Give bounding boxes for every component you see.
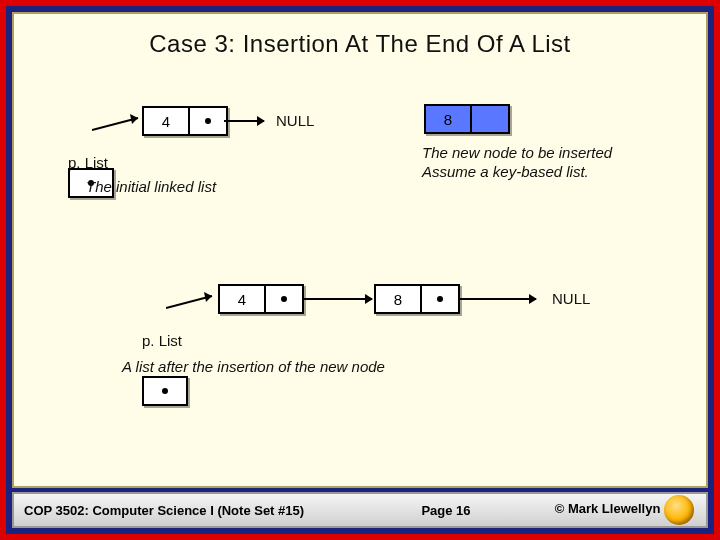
node-before-1: 4	[142, 106, 228, 136]
new-node-caption-line2: Assume a key-based list.	[422, 163, 612, 182]
plist-label-2: p. List	[142, 332, 182, 349]
slide-inner-border: Case 3: Insertion At The End Of A List p…	[6, 6, 714, 534]
node-value: 8	[376, 286, 420, 312]
null-label-2: NULL	[552, 290, 590, 307]
null-label-1: NULL	[276, 112, 314, 129]
pointer-dot-icon	[281, 296, 287, 302]
arrow-plist-to-node-2	[166, 292, 226, 314]
svg-line-0	[92, 118, 138, 130]
svg-marker-1	[130, 114, 138, 124]
svg-marker-3	[204, 292, 212, 302]
new-node-caption: The new node to be inserted Assume a key…	[422, 144, 612, 182]
slide-title: Case 3: Insertion At The End Of A List	[14, 14, 706, 66]
initial-list-caption: The initial linked list	[86, 178, 216, 195]
node-value: 8	[426, 106, 470, 132]
footer-course: COP 3502: Computer Science I (Note Set #…	[14, 503, 376, 518]
arrow-node-to-null-1	[224, 120, 264, 122]
pointer-dot-icon	[162, 388, 168, 394]
new-node-caption-line1: The new node to be inserted	[422, 144, 612, 163]
pointer-dot-icon	[205, 118, 211, 124]
new-node: 8	[424, 104, 510, 134]
arrow-node2-to-null	[458, 298, 536, 300]
slide-content: Case 3: Insertion At The End Of A List p…	[12, 12, 708, 488]
node-value: 4	[144, 108, 188, 134]
plist-box-2	[142, 376, 188, 406]
node-pointer-cell	[188, 108, 226, 134]
node-pointer-cell	[420, 286, 458, 312]
node-pointer-cell	[264, 286, 302, 312]
ucf-logo-icon	[664, 495, 694, 525]
svg-line-2	[166, 296, 212, 308]
footer-page: Page 16	[376, 503, 516, 518]
node-pointer-cell	[470, 106, 508, 132]
node-after-1: 4	[218, 284, 304, 314]
node-value: 4	[220, 286, 264, 312]
plist-label-1: p. List	[68, 154, 108, 171]
footer-author: © Mark Llewellyn	[516, 495, 706, 525]
slide-footer: COP 3502: Computer Science I (Note Set #…	[12, 492, 708, 528]
after-insertion-caption: A list after the insertion of the new no…	[122, 358, 385, 375]
arrow-node1-to-node2	[302, 298, 372, 300]
slide-outer-border: Case 3: Insertion At The End Of A List p…	[0, 0, 720, 540]
node-after-2: 8	[374, 284, 460, 314]
pointer-dot-icon	[437, 296, 443, 302]
